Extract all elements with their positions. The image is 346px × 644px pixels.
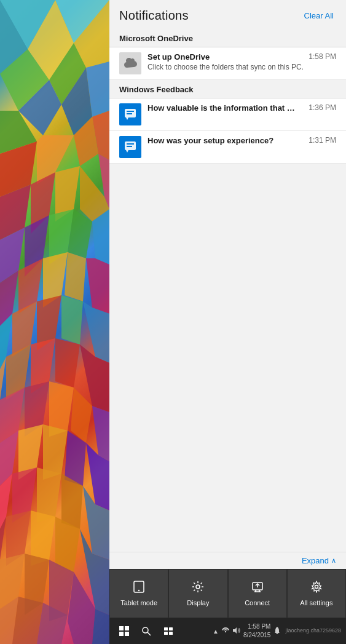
tray-arrow-icon[interactable]: ▲ (213, 628, 219, 635)
notification-bell-icon[interactable] (273, 626, 281, 637)
svg-rect-102 (169, 632, 173, 635)
notification-body-feedback-2: How was your setup experience? 1:31 PM (147, 136, 336, 145)
clear-all-button[interactable]: Clear All (302, 10, 336, 22)
section-header-feedback: Windows Feedback (109, 80, 346, 98)
svg-marker-43 (71, 388, 92, 443)
svg-marker-69 (126, 117, 128, 120)
svg-marker-104 (233, 627, 237, 634)
feedback-icon-1 (119, 103, 141, 125)
tablet-mode-label: Tablet mode (120, 599, 157, 606)
svg-point-78 (196, 585, 200, 589)
notification-time-onedrive: 1:58 PM (309, 52, 336, 61)
taskbar-tray: ▲ 1:58 PM 8/2 (213, 622, 281, 640)
display-label: Display (187, 599, 209, 606)
notification-panel: Notifications Clear All Microsoft OneDri… (109, 0, 346, 644)
svg-rect-94 (125, 626, 129, 630)
notification-title-onedrive: Set up OneDrive (147, 52, 210, 62)
taskbar-watermark: jiaocheng.cha7259628 (285, 627, 341, 635)
expand-button[interactable]: Expand ∧ (302, 556, 336, 565)
notification-title-feedback-2: How was your setup experience? (147, 136, 273, 145)
notification-time-feedback-2: 1:31 PM (309, 136, 336, 145)
tray-volume-icon[interactable] (232, 626, 241, 637)
svg-line-83 (194, 582, 195, 584)
quick-tile-connect[interactable]: Connect (228, 569, 287, 618)
quick-tile-display[interactable]: Display (168, 569, 227, 618)
svg-line-86 (194, 590, 195, 591)
svg-rect-71 (127, 113, 132, 114)
tablet-mode-icon (133, 581, 145, 596)
svg-rect-99 (164, 627, 168, 630)
quick-tile-tablet-mode[interactable]: Tablet mode (109, 569, 168, 618)
notification-item-feedback-2[interactable]: How was your setup experience? 1:31 PM (109, 131, 346, 164)
notification-title-feedback-1: How valuable is the information that Co (147, 103, 295, 113)
svg-marker-38 (55, 338, 80, 388)
expand-label: Expand (302, 556, 329, 565)
tray-network-icon[interactable] (221, 626, 230, 637)
svg-point-97 (143, 627, 148, 633)
svg-point-103 (225, 630, 226, 632)
svg-marker-33 (61, 295, 83, 344)
notification-body-feedback-1: How valuable is the information that Co … (147, 103, 336, 113)
expand-chevron: ∧ (331, 557, 336, 565)
taskbar-right: ▲ 1:58 PM 8/2 (213, 622, 341, 640)
svg-rect-96 (125, 632, 129, 636)
connect-icon (251, 581, 264, 596)
svg-rect-70 (127, 111, 134, 112)
wallpaper (0, 0, 109, 644)
svg-rect-101 (164, 632, 168, 635)
svg-rect-100 (169, 627, 173, 630)
notification-body-onedrive: Set up OneDrive 1:58 PM Click to choose … (147, 52, 336, 71)
panel-title: Notifications (119, 9, 189, 23)
notification-item-onedrive[interactable]: Set up OneDrive 1:58 PM Click to choose … (109, 47, 346, 80)
task-view-button[interactable] (159, 621, 178, 641)
taskbar-left (114, 621, 178, 641)
search-button[interactable] (136, 621, 156, 641)
all-settings-label: All settings (300, 599, 332, 606)
notifications-content: Microsoft OneDrive Set up OneDrive 1:58 … (109, 29, 346, 552)
svg-line-98 (147, 632, 151, 635)
display-icon (192, 581, 204, 596)
feedback-icon-2 (119, 136, 141, 158)
svg-line-85 (201, 582, 202, 584)
connect-label: Connect (245, 599, 270, 606)
notification-item-feedback-1[interactable]: How valuable is the information that Co … (109, 98, 346, 131)
quick-actions: Tablet mode Display (109, 569, 346, 618)
svg-rect-93 (119, 626, 124, 630)
svg-rect-95 (119, 632, 124, 636)
section-header-onedrive: Microsoft OneDrive (109, 29, 346, 47)
notification-title-row-onedrive: Set up OneDrive 1:58 PM (147, 52, 336, 62)
onedrive-icon (119, 52, 141, 74)
svg-rect-74 (127, 143, 134, 145)
start-button[interactable] (114, 621, 134, 641)
notification-title-row-feedback-2: How was your setup experience? 1:31 PM (147, 136, 336, 145)
svg-rect-75 (127, 146, 132, 147)
notification-desc-onedrive: Click to choose the folders that sync on… (147, 63, 336, 71)
taskbar: ▲ 1:58 PM 8/2 (109, 618, 346, 644)
panel-header: Notifications Clear All (109, 0, 346, 29)
notification-title-row-feedback-1: How valuable is the information that Co … (147, 103, 336, 113)
taskbar-clock[interactable]: 1:58 PM 8/24/2015 (243, 622, 271, 640)
svg-rect-105 (277, 633, 278, 634)
all-settings-icon (310, 581, 323, 596)
expand-bar: Expand ∧ (109, 552, 346, 569)
svg-line-84 (201, 590, 202, 591)
quick-tile-all-settings[interactable]: All settings (287, 569, 346, 618)
notification-time-feedback-1: 1:36 PM (309, 103, 336, 112)
svg-marker-29 (86, 258, 109, 314)
svg-point-92 (315, 586, 318, 589)
svg-point-77 (138, 590, 140, 591)
svg-marker-73 (126, 150, 128, 153)
svg-marker-28 (65, 252, 86, 301)
